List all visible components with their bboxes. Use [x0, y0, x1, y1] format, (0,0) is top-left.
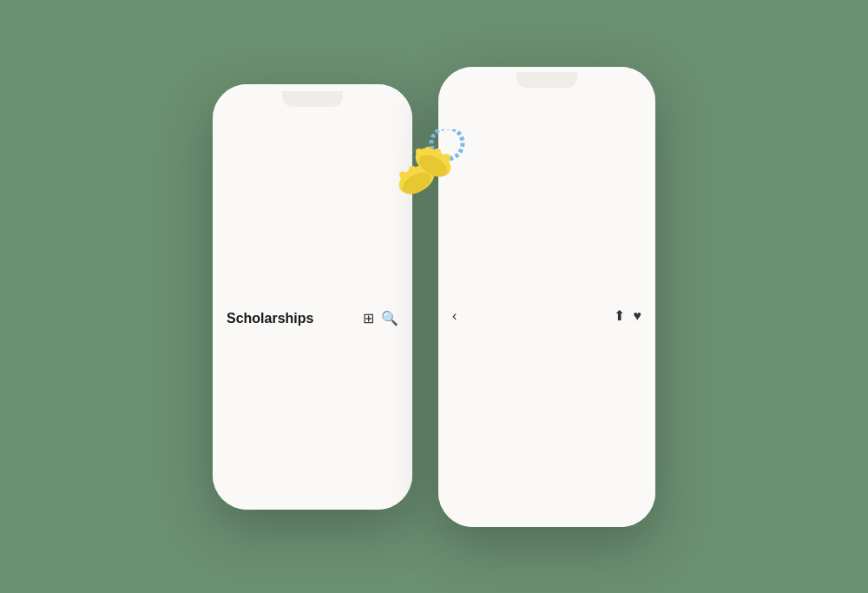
detail-nav-bar: ‹ ⬆ ♥ — [438, 88, 655, 527]
filter-icon[interactable]: ⊞ — [363, 310, 374, 326]
header-icons: ⊞ 🔍 — [363, 310, 398, 326]
screen-left: Scholarships ⊞ 🔍 Up to $4,800 ♥ Florida … — [213, 84, 412, 510]
phones-container: Scholarships ⊞ 🔍 Up to $4,800 ♥ Florida … — [213, 67, 655, 527]
left-phone-header: Scholarships ⊞ 🔍 — [213, 107, 412, 510]
page-title: Scholarships — [227, 311, 313, 326]
notch-left — [282, 91, 343, 107]
share-icon[interactable]: ⬆ — [614, 307, 625, 324]
notch-right — [516, 72, 577, 88]
search-icon[interactable]: 🔍 — [381, 310, 398, 326]
phone-right: ‹ ⬆ ♥ Up to $4,800 Florida Medallion Sch… — [438, 67, 655, 527]
nav-action-icons: ⬆ ♥ — [614, 307, 642, 324]
screen-right: ‹ ⬆ ♥ Up to $4,800 Florida Medallion Sch… — [438, 67, 655, 527]
heart-fill-icon[interactable]: ♥ — [634, 308, 642, 324]
handshake-decoration — [388, 129, 466, 202]
phone-left: Scholarships ⊞ 🔍 Up to $4,800 ♥ Florida … — [213, 84, 412, 510]
back-arrow-icon[interactable]: ‹ — [452, 308, 457, 324]
